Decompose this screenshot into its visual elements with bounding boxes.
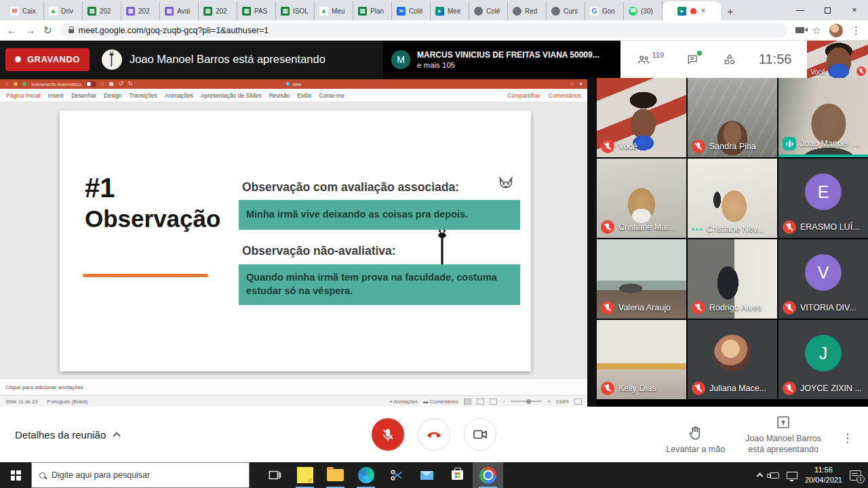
self-view-thumbnail[interactable]: Você [807,41,868,78]
network-display-icon[interactable] [787,472,797,479]
file-explorer-icon [327,469,344,481]
mic-toggle-button[interactable] [372,418,404,451]
action-center-icon[interactable]: 1 [850,470,861,481]
tab-sheet-2[interactable]: ▦202 [121,1,160,20]
start-button[interactable] [0,462,31,488]
tab-sheet-4[interactable]: ▦202 [199,1,237,20]
tile-erasmo[interactable]: E ERASMO LUÍ... [778,159,868,238]
hangup-icon [425,426,443,443]
tab-site-2[interactable]: Red [508,1,547,20]
tab-sheet-5[interactable]: ▦PAS [237,1,276,20]
task-view-button[interactable] [259,462,290,488]
tile-kelly-dias[interactable]: Kelly Dias [597,320,686,399]
windows-logo-icon [11,470,21,481]
tile-vitoria[interactable]: V VITORIA DIV... [778,239,868,319]
tab-sheet-6[interactable]: ▦ISOL [276,1,315,20]
hangup-button[interactable] [418,418,450,451]
tab-drive-2[interactable]: ▲Meu [315,1,353,20]
chat-button[interactable] [686,53,700,66]
presenting-banner: Joao Manoel Barros está apresentando [102,49,326,70]
taskbar-sticky-notes[interactable] [290,462,320,488]
participant-name: Sandra Pina [709,142,756,151]
taskbar-chrome[interactable] [473,462,503,488]
tile-joyce[interactable]: J JOYCE ZIXIN ... [778,320,868,399]
system-tray: 11:56 20/04/2021 1 [757,462,868,488]
mic-muted-icon [601,301,614,314]
whatsapp-icon: ☎ [629,7,637,16]
close-button[interactable]: × [841,0,868,20]
zoom-level: 134% [556,399,569,405]
sheets-purple-icon: ▦ [126,7,135,16]
tab-whatsapp[interactable]: ☎(30) [624,1,663,20]
tile-sandra-pina[interactable]: Sandra Pina [688,78,777,157]
back-button[interactable]: ← [7,24,17,36]
tile-juliana[interactable]: Juliana Mace... [688,320,777,399]
meet-header-controls: 119 11:56 [620,41,807,78]
tab-sheet-1[interactable]: ▦202 [83,1,121,20]
taskbar-store[interactable] [442,462,473,488]
mail-icon [420,471,433,480]
tab-active-meet[interactable]: ▸ × [663,1,721,20]
presentation-status-button[interactable]: Joao Manoel Barros está apresentando [745,414,821,455]
taskbar-edge[interactable] [351,462,381,488]
more-options-icon[interactable]: ⋮ [842,431,853,455]
taskbar-mail[interactable] [412,462,442,488]
tab-sheet-7[interactable]: ▦Plan [353,1,392,20]
tab-google[interactable]: GGoo [585,1,624,20]
wolf-icon [497,176,515,192]
url-text: meet.google.com/goq-zuqb-gcq?pli=1&authu… [79,26,269,35]
tab-camera-icon[interactable] [795,27,804,33]
comments-button: Comentários [549,92,581,99]
participant-name: Juliana Mace... [709,384,766,393]
tile-joao-manoel[interactable]: Joao Manoel ... [778,78,868,157]
tab-meet[interactable]: ▸Mee [431,1,469,20]
tab-close-icon[interactable]: × [701,6,705,16]
meet-bottom-bar: Detalhes da reunião Levantar a mão Joa [0,407,868,462]
bookmark-star-icon[interactable]: ☆ [812,24,821,37]
tile-voce[interactable]: Você [597,78,686,157]
tile-rodrigo-alves[interactable]: Rodrigo Alves [688,239,777,319]
slide: #1 Observação Observação com avaliação a… [60,110,531,371]
participants-button[interactable]: 119 [636,52,665,67]
taskbar-clock[interactable]: 11:56 20/04/2021 [805,465,842,485]
call-controls [372,418,496,451]
tile-cristiane-mar[interactable]: Cristiane Mar... [597,159,686,238]
tab-gmail[interactable]: MCaix [5,1,44,20]
usb-device-icon[interactable] [770,472,779,479]
notification-badge: 1 [856,475,865,483]
speaker-avatar: M [391,50,410,69]
taskbar-file-explorer[interactable] [320,462,351,488]
tile-cristiane-nev[interactable]: Cristiane Nev... [688,159,777,238]
tile-valeria-araujo[interactable]: Valeria Araujo [597,239,686,319]
activities-button[interactable] [723,53,736,66]
raise-hand-button[interactable]: Levantar a mão [666,425,725,455]
tab-calendar[interactable]: 19Colé [392,1,431,20]
presenting-name: Joao Manoel Barros [745,434,821,443]
browser-menu-icon[interactable]: ⋮ [851,24,861,37]
calendar-icon: 19 [397,7,406,16]
meeting-details-button[interactable]: Detalhes da reunião [15,429,119,441]
zoom-out-icon: − [502,399,505,405]
new-tab-button[interactable]: + [721,1,740,20]
tray-expand-icon[interactable] [756,473,763,480]
participant-name: JOYCE ZIXIN ... [800,384,862,393]
chevron-up-icon [113,432,121,439]
slide-heading-2: Observação não-avaliativa: [242,244,396,258]
minimize-button[interactable]: — [787,0,814,20]
tab-site-1[interactable]: Colé [469,1,508,20]
taskbar-search[interactable]: Digite aqui para pesquisar [31,462,250,488]
taskbar-snipping-tool[interactable] [381,462,412,488]
restore-button[interactable] [814,0,841,20]
comments-toggle: ▬ Comentários [423,399,458,405]
camera-toggle-button[interactable] [464,418,496,451]
tab-sheet-3[interactable]: ▦Avai [160,1,199,20]
tab-site-3[interactable]: Curs [547,1,585,20]
forward-button[interactable]: → [25,24,35,36]
people-icon [636,52,651,67]
mac-minimize-icon [14,82,18,86]
tab-drive[interactable]: ▲Driv [44,1,83,20]
reload-button[interactable]: ↻ [43,24,52,37]
address-bar[interactable]: meet.google.com/goq-zuqb-gcq?pli=1&authu… [60,23,787,38]
share-button: Compartilhar [507,92,540,99]
profile-avatar[interactable] [829,24,843,37]
